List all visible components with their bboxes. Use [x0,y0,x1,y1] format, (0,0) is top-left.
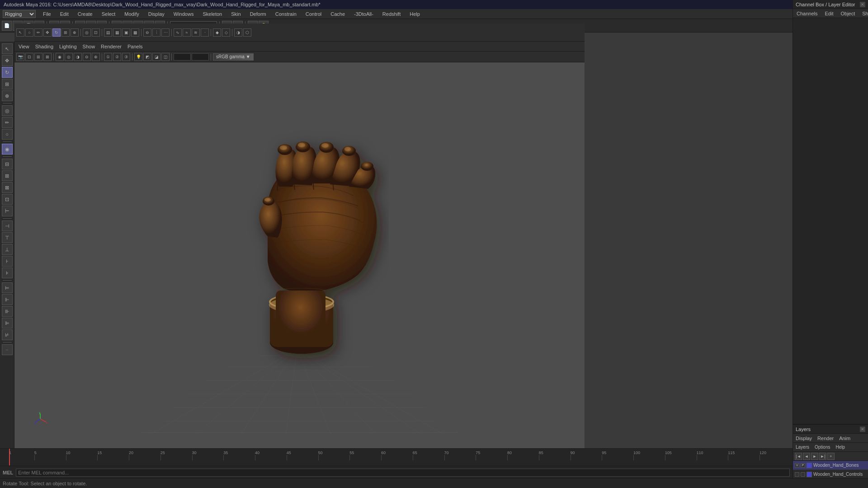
menu-cache[interactable]: Cache [329,10,347,18]
color-space-selector[interactable]: sRGB gamma ▼ [213,53,254,61]
extra-tool5[interactable]: ⊬ [2,329,13,340]
rotate-tool[interactable]: ↻ [2,67,13,78]
vp-render-quality2[interactable]: ② [113,53,121,61]
layer-prev-btn[interactable]: ◄ [803,453,810,460]
vp-sel-mask-btn[interactable]: ◉ [56,53,64,61]
render-tab[interactable]: Render [815,434,836,442]
display3-btn[interactable]: ▣ [122,28,130,37]
snap-group1[interactable]: ⊣ [2,221,13,231]
ghost-btn[interactable]: ◑ [234,28,242,37]
vp-isolate-btn[interactable]: ◑ [74,53,82,61]
paint-weights-tool[interactable]: ◉ [2,144,13,155]
layer-play-check1[interactable]: P [801,463,805,468]
menu-constrain[interactable]: Constrain [274,10,298,18]
snap-group4[interactable]: ⊦ [2,256,13,267]
move-tool[interactable]: ✥ [2,55,13,66]
menu-skeleton[interactable]: Skeleton [201,10,224,18]
menu-deform[interactable]: Deform [248,10,268,18]
show-manip-btn[interactable]: ⊡ [92,28,100,37]
layer-play-check2[interactable] [801,472,805,477]
lasso-tool[interactable]: ○ [2,129,13,140]
layer-last-btn[interactable]: ►| [819,453,826,460]
scale-tool-btn[interactable]: ⊞ [61,28,70,37]
menu-redshift[interactable]: Redshift [381,10,402,18]
vp-hide-btn[interactable]: ◎ [65,53,73,61]
show-tab[interactable]: Show [859,9,868,18]
menu-display[interactable]: Display [146,10,166,18]
vp-ao-btn[interactable]: ◪ [152,53,160,61]
display-mode1[interactable]: ⊟ [2,159,13,169]
curve-btn4[interactable]: ⋅ [201,28,209,37]
display-tab[interactable]: Display [793,434,815,442]
layer-add-btn[interactable]: + [827,453,835,460]
vp-render-quality1[interactable]: ① [104,53,112,61]
mode-selector[interactable]: Rigging Animation Modeling Rendering [3,10,36,18]
vp-lights-btn[interactable]: 💡 [134,53,142,61]
vp-render-quality3[interactable]: ③ [122,53,130,61]
layers-subtab[interactable]: Layers [793,443,812,451]
vp-frame-btn[interactable]: ⊞ [34,53,42,61]
sym-btn[interactable]: ⊖ [143,28,151,37]
paint-select-btn[interactable]: ✏ [34,28,42,37]
layer-item-wooden-bones[interactable]: V P Wooden_Hand_Bones [793,461,868,470]
universal-tool[interactable]: ⊕ [2,90,13,101]
vp-lighting-menu[interactable]: Lighting [57,43,79,50]
timeline[interactable]: 1510152025303540455055606570758085909510… [0,448,793,465]
more-tools-btn[interactable]: ··· [2,344,13,355]
mel-input[interactable] [16,469,790,477]
soft-select-tool[interactable]: ◎ [2,105,13,116]
anim2-btn[interactable]: ⋯ [161,28,170,37]
menu-modify[interactable]: Modify [123,10,141,18]
layer-next-btn[interactable]: ► [811,453,818,460]
vp-shadow-btn[interactable]: ◩ [143,53,151,61]
menu-help[interactable]: Help [408,10,422,18]
menu-create[interactable]: Create [76,10,94,18]
extra-tool4[interactable]: ⊫ [2,318,13,328]
new-scene-btn[interactable]: 📄 [2,21,12,31]
lasso-tool-btn[interactable]: ○ [25,28,33,37]
layer-panel-close[interactable]: ✕ [860,427,865,432]
menu-file[interactable]: File [41,10,53,18]
object-tab[interactable]: Object [837,9,859,18]
select-tool[interactable]: ↖ [2,43,13,54]
snap-group5[interactable]: ⊧ [2,267,13,278]
menu-windows[interactable]: Windows [172,10,196,18]
char-btn[interactable]: ⬡ [243,28,251,37]
display1-btn[interactable]: ▤ [104,28,112,37]
display-mode2[interactable]: ⊞ [2,170,13,181]
vp-show-menu[interactable]: Show [80,43,98,50]
anim-bone-btn[interactable]: ⋮ [152,28,160,37]
vp-dof-btn[interactable]: ◫ [161,53,170,61]
display-mode3[interactable]: ⊠ [2,182,13,193]
vp-panels-menu[interactable]: Panels [125,43,145,50]
gamma-input[interactable]: 1.00 [192,53,209,61]
display2-btn[interactable]: ▦ [113,28,121,37]
vp-camera-btn[interactable]: 📷 [16,53,24,61]
key-btn1[interactable]: ◆ [213,28,221,37]
rotate-tool-btn[interactable]: ↻ [52,28,61,37]
menu-control[interactable]: Control [304,10,323,18]
snap-group3[interactable]: ⊥ [2,244,13,255]
menu-edit[interactable]: Edit [58,10,71,18]
vp-fit-btn[interactable]: ⊡ [25,53,33,61]
key-btn2[interactable]: ◇ [222,28,230,37]
channels-tab[interactable]: Channels [793,9,821,18]
channel-box-close[interactable]: ✕ [860,2,865,7]
menu-3dtall[interactable]: -3DtoAll- [352,10,375,18]
edit-tab[interactable]: Edit [821,9,837,18]
snap-group2[interactable]: ⊤ [2,232,13,243]
vp-xray-btn[interactable]: ⊖ [83,53,91,61]
layer-vis-check1[interactable]: V [795,463,799,468]
display-mode5[interactable]: ⊢ [2,206,13,216]
viewport-canvas[interactable]: persp x y z [14,62,585,466]
vp-bbox-btn[interactable]: ⊕ [92,53,100,61]
scale-tool[interactable]: ⊞ [2,79,13,89]
vp-shading-menu[interactable]: Shading [33,43,56,50]
extra-tool2[interactable]: ⊩ [2,294,13,305]
help-subtab[interactable]: Help [833,443,848,451]
universal-btn[interactable]: ⊕ [71,28,79,37]
extra-tool3[interactable]: ⊪ [2,306,13,317]
layer-vis-check2[interactable] [795,472,799,477]
menu-skin[interactable]: Skin [229,10,242,18]
vp-view-menu[interactable]: View [16,43,32,50]
